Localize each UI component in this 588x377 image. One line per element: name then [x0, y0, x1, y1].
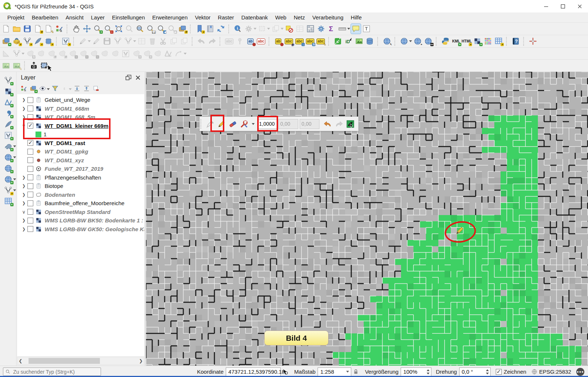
expander-icon[interactable]: ❯	[21, 106, 27, 111]
layer-item-wms-lgrb-bw-gk50-geologische-ka[interactable]: ❯WMS LGRB-BW GK50: Geologische Ka	[17, 225, 144, 234]
run-feature-action-button[interactable]	[244, 24, 254, 34]
python-console-button[interactable]	[441, 36, 450, 46]
new-geopackage-layer-button[interactable]: ★	[33, 36, 43, 46]
value-picker-pipette-button[interactable]	[205, 119, 216, 129]
browser-add-data-button[interactable]: ★	[12, 36, 22, 46]
eraser-button[interactable]	[228, 119, 238, 129]
refresh-map-button[interactable]	[216, 24, 226, 34]
statistics-summary-button[interactable]	[327, 24, 337, 34]
locator-search[interactable]	[3, 367, 101, 376]
map-canvas[interactable]	[146, 72, 588, 366]
vertex-editor-button[interactable]	[12, 49, 22, 59]
chevron-down-icon[interactable]	[409, 40, 412, 42]
delete-ring-button[interactable]: −	[89, 49, 99, 59]
measure-button[interactable]	[337, 24, 347, 34]
zoom-last-button[interactable]: ◀	[156, 24, 166, 34]
id-editor-plugin-button[interactable]	[344, 36, 353, 46]
delete-part-button[interactable]	[100, 49, 109, 59]
circular-arc-button[interactable]	[174, 49, 184, 59]
label-visibility-button[interactable]: abc◉	[284, 36, 294, 46]
chevron-down-icon[interactable]	[13, 178, 16, 180]
move-label-diagram-button[interactable]: abc→	[295, 36, 304, 46]
zoom-next-button[interactable]: ▶	[167, 24, 177, 34]
show-hidden-labels-button[interactable]: ab	[273, 36, 283, 46]
bookmark-new-button[interactable]: ★	[195, 24, 205, 34]
open-attribute-table-button[interactable]	[295, 24, 305, 34]
style-manager-button[interactable]	[54, 24, 64, 34]
new-shapefile-button[interactable]: ★	[3, 185, 13, 195]
add-vector-layer-button[interactable]: +	[3, 75, 13, 85]
layer-checkbox[interactable]	[27, 183, 33, 189]
expander-icon[interactable]: ❯	[21, 184, 27, 188]
chevron-down-icon[interactable]	[13, 189, 16, 191]
processing-toolbox-button[interactable]	[316, 24, 326, 34]
scroll-right-icon[interactable]: ❯	[138, 358, 144, 363]
layer-item-bodenarten[interactable]: ❯Bodenarten	[17, 191, 144, 199]
open-layer-styling-button[interactable]	[19, 84, 28, 93]
undo-button[interactable]	[196, 36, 206, 46]
dy-input[interactable]	[300, 119, 319, 129]
advanced-digitizing-panel-button[interactable]	[1, 49, 11, 59]
paste-features-button[interactable]	[179, 36, 189, 46]
menu-netz[interactable]: Netz	[290, 13, 309, 22]
new-shapefile-layer-button[interactable]: ★	[61, 36, 71, 46]
plugin-green-power-button[interactable]	[333, 36, 343, 46]
identify-features-button[interactable]	[233, 24, 243, 34]
add-raster-layer-button[interactable]: +	[3, 86, 13, 96]
fill-ring-button[interactable]: −	[78, 49, 88, 59]
chevron-down-icon[interactable]	[347, 28, 350, 30]
add-delimited-text-layer-button[interactable]: +	[3, 108, 13, 118]
layer-checkbox[interactable]	[27, 114, 33, 120]
layer-checkbox[interactable]	[27, 166, 33, 172]
serval-show-raster-button[interactable]	[1, 61, 11, 71]
layer-checkbox[interactable]	[27, 209, 33, 215]
collapse-all-button[interactable]	[82, 84, 91, 93]
menu-web[interactable]: Web	[271, 13, 290, 22]
manage-visibility-button[interactable]	[38, 84, 47, 93]
bookmark-show-button[interactable]	[205, 24, 215, 34]
chevron-down-icon[interactable]	[281, 28, 284, 30]
layer-checkbox[interactable]	[27, 192, 33, 197]
zoom-to-selection-button[interactable]	[124, 24, 134, 34]
chevron-down-icon[interactable]	[267, 28, 270, 30]
rotation-spinbox[interactable]: 0,0 °	[459, 367, 491, 376]
new-map-view-button[interactable]: ✱	[177, 24, 187, 34]
chevron-down-icon[interactable]	[13, 156, 16, 158]
pan-to-selection-button[interactable]	[82, 24, 92, 34]
project-save-button[interactable]	[22, 24, 32, 34]
raster-upload-probe-button[interactable]	[29, 61, 39, 71]
expand-all-button[interactable]	[72, 84, 81, 93]
scroll-left-icon[interactable]: ❮	[18, 358, 23, 363]
menu-bearbeiten[interactable]: Bearbeiten	[28, 13, 62, 22]
draw-pencil-button[interactable]	[216, 119, 227, 129]
select-by-value-button[interactable]	[271, 24, 281, 34]
raster-region-select-button[interactable]	[40, 61, 49, 71]
web-services-button[interactable]	[399, 36, 409, 46]
panel-float-icon[interactable]	[124, 74, 132, 82]
add-wfs-layer-button[interactable]: +	[3, 174, 13, 184]
expander-icon[interactable]: ❯	[21, 175, 27, 180]
crs-indicator[interactable]: EPSG:25832	[539, 369, 571, 375]
toggle-editing-button[interactable]	[91, 36, 101, 46]
chevron-down-icon[interactable]	[13, 145, 16, 147]
db-manager-button[interactable]	[365, 36, 375, 46]
menu-layer[interactable]: Layer	[87, 13, 108, 22]
layer-checkbox[interactable]	[27, 97, 33, 103]
expander-icon[interactable]: ∨	[21, 123, 27, 129]
chevron-down-icon[interactable]	[184, 53, 187, 55]
layer-item-funde-wt-2017-2019[interactable]: Funde_WT_2017_2019	[17, 165, 144, 173]
remove-layer-group-button[interactable]	[91, 84, 100, 93]
project-open-button[interactable]	[12, 24, 22, 34]
add-raster-tiles-button[interactable]: +	[472, 36, 482, 46]
add-mesh-layer-button[interactable]: +	[3, 97, 13, 107]
trim-extend-button[interactable]	[163, 49, 173, 59]
layer-checkbox[interactable]	[27, 226, 33, 232]
chevron-down-icon[interactable]	[22, 53, 25, 55]
menu-datenbank[interactable]: Datenbank	[238, 13, 272, 22]
simplify-feature-button[interactable]: ✱	[46, 49, 56, 59]
map-tips-button[interactable]	[351, 24, 361, 34]
unpin-labels-button[interactable]: abc	[256, 36, 266, 46]
layout-manager-button[interactable]: ✎	[44, 24, 53, 34]
serval-edit-raster-button[interactable]: ✎	[12, 61, 22, 71]
zoom-to-layer-button[interactable]	[135, 24, 145, 34]
